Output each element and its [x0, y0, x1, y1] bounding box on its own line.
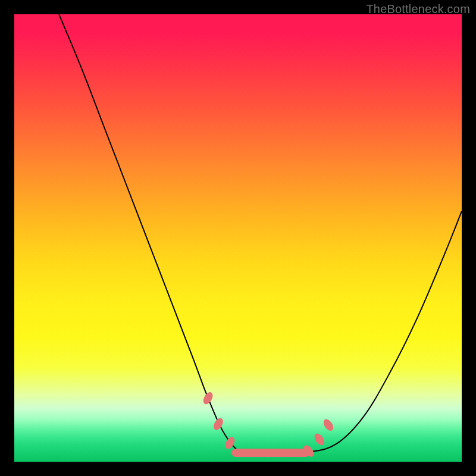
bottleneck-curve — [59, 14, 462, 453]
chart-frame: TheBottleneck.com — [0, 0, 476, 476]
curve-marker — [321, 418, 335, 433]
curve-marker — [312, 432, 326, 447]
watermark-text: TheBottleneck.com — [366, 2, 470, 16]
curve-marker — [212, 416, 225, 432]
chart-svg — [14, 14, 462, 462]
plot-area — [14, 14, 462, 462]
curve-marker — [201, 390, 214, 406]
